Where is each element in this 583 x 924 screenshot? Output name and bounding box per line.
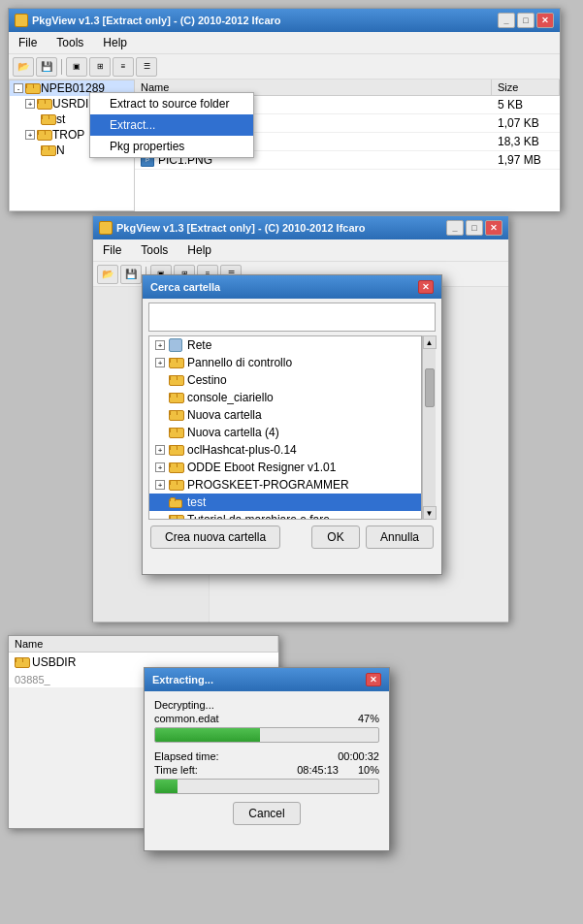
toolbar-btn-save[interactable]: 💾 (36, 57, 57, 77)
progress-bar-2 (154, 779, 379, 794)
menu-tools-1[interactable]: Tools (50, 34, 89, 51)
bg-col-name-3: Name (9, 636, 278, 652)
cerca-title: Cerca cartella (150, 281, 220, 293)
cerca-buttons: Crea nuova cartella OK Annulla (143, 520, 441, 555)
close-button-2[interactable]: ✕ (485, 220, 502, 236)
expand-rete[interactable]: + (155, 340, 165, 350)
folder-icon-trop (37, 130, 50, 141)
network-icon-rete (169, 338, 182, 352)
cancel-button-cerca[interactable]: Annulla (366, 526, 434, 549)
extracting-title: Extracting... (152, 674, 213, 685)
menu-file-2[interactable]: File (97, 241, 127, 259)
context-pkg-properties[interactable]: Pkg properties (90, 136, 253, 157)
expand-npeb[interactable]: - (14, 83, 23, 93)
cerca-dialog: Cerca cartella ✕ + Rete + Pannello di co… (142, 274, 442, 575)
cerca-label-tutorial: Tutorial da marchiare e fare (187, 513, 330, 520)
elapsed-row: Elapsed time: 00:00:32 (154, 750, 379, 762)
folder-icon-n (41, 145, 54, 156)
menu-file-1[interactable]: File (13, 34, 43, 51)
window-title-1: PkgView v1.3 [Extract only] - (C) 2010-2… (32, 15, 281, 26)
scrollbar-cerca[interactable]: ▲ ▼ (422, 335, 436, 520)
cerca-item-odde[interactable]: + ODDE Eboot Resigner v1.01 (149, 459, 421, 476)
cerca-ok-cancel: OK Annulla (311, 526, 434, 549)
tree-label-trop: TROP (52, 128, 84, 142)
extracting-titlebar: Extracting... ✕ (145, 668, 389, 691)
scroll-down-cerca[interactable]: ▼ (423, 506, 437, 520)
cerca-item-rete[interactable]: + Rete (149, 336, 421, 354)
menu-help-2[interactable]: Help (181, 241, 217, 259)
cerca-item-tutorial[interactable]: Tutorial da marchiare e fare (149, 511, 421, 520)
expand-ocl[interactable]: + (155, 445, 165, 455)
expand-prog[interactable]: + (155, 480, 165, 490)
cerca-titlebar: Cerca cartella ✕ (143, 275, 441, 299)
folder-browser: + Rete + Pannello di controllo Cestino (148, 335, 422, 520)
folder-icon-usbdir (15, 657, 28, 668)
maximize-button-1[interactable]: □ (517, 13, 534, 28)
context-extract[interactable]: Extract... (90, 114, 253, 136)
tree-label-n: N (56, 143, 65, 157)
scroll-thumb-cerca[interactable] (425, 368, 435, 407)
extracting-close-button[interactable]: ✕ (366, 673, 381, 686)
cerca-close-button[interactable]: ✕ (418, 280, 434, 294)
window-title-2: PkgView v1.3 [Extract only] - (C) 2010-2… (116, 222, 366, 234)
context-menu-1: Extract to source folder Extract... Pkg … (89, 92, 254, 158)
bg-usbdir-label: USBDIR (32, 655, 76, 669)
folder-icon-ocl (169, 445, 182, 456)
toolbar-1: 📂 💾 ▣ ⊞ ≡ ☰ (9, 54, 560, 80)
cerca-label-ocl: oclHashcat-plus-0.14 (187, 443, 297, 457)
cerca-label-rete: Rete (187, 338, 211, 352)
close-button-1[interactable]: ✕ (536, 13, 554, 28)
minimize-button-2[interactable]: _ (446, 220, 464, 236)
cerca-item-nuova4[interactable]: Nuova cartella (4) (149, 424, 421, 441)
cerca-item-test[interactable]: test (149, 494, 421, 511)
folder-icon-usrdir (37, 99, 50, 110)
folder-icon-nuova4 (169, 428, 182, 438)
decrypting-label: Decrypting... (154, 699, 379, 711)
toolbar-btn-1[interactable]: ▣ (66, 57, 87, 77)
toolbar-btn-open[interactable]: 📂 (13, 57, 34, 77)
cerca-item-cestino[interactable]: Cestino (149, 371, 421, 389)
toolbar-btn-4[interactable]: ☰ (136, 57, 157, 77)
elapsed-label: Elapsed time: (154, 750, 219, 762)
timeleft-row: Time left: 08:45:13 10% (154, 764, 379, 776)
col-size-1[interactable]: Size (492, 80, 560, 95)
cerca-preview (148, 303, 436, 332)
expand-odde[interactable]: + (155, 462, 165, 472)
menubar-2: File Tools Help (93, 239, 508, 262)
folder-icon-cestino (169, 375, 182, 386)
progress-fill-1 (155, 728, 260, 742)
toolbar2-btn-open[interactable]: 📂 (97, 265, 118, 284)
folder-icon-st (41, 114, 54, 125)
context-extract-source[interactable]: Extract to source folder (90, 93, 253, 114)
timeleft-right: 08:45:13 10% (297, 764, 379, 776)
scroll-up-cerca[interactable]: ▲ (423, 335, 437, 349)
cerca-item-pannello[interactable]: + Pannello di controllo (149, 354, 421, 371)
new-folder-button[interactable]: Crea nuova cartella (150, 526, 280, 549)
expand-trop[interactable]: + (25, 130, 35, 140)
cerca-item-console[interactable]: console_ciariello (149, 389, 421, 406)
menu-help-1[interactable]: Help (97, 34, 133, 51)
cancel-container: Cancel (154, 802, 379, 825)
toolbar-btn-2[interactable]: ⊞ (89, 57, 111, 77)
toolbar2-btn-save[interactable]: 💾 (120, 265, 142, 284)
cerca-label-odde: ODDE Eboot Resigner v1.01 (187, 461, 336, 474)
cancel-button-extract[interactable]: Cancel (233, 802, 301, 825)
minimize-button-1[interactable]: _ (498, 13, 515, 28)
cerca-item-prog[interactable]: + PROGSKEET-PROGRAMMER (149, 476, 421, 494)
maximize-button-2[interactable]: □ (466, 220, 483, 236)
progress-bar-1 (154, 727, 379, 743)
menu-tools-2[interactable]: Tools (135, 241, 174, 259)
timeleft-label: Time left: (154, 764, 198, 776)
menubar-1: File Tools Help (9, 32, 560, 54)
cerca-label-cestino: Cestino (187, 373, 227, 387)
ok-button[interactable]: OK (311, 526, 360, 549)
expand-pannello[interactable]: + (155, 358, 165, 367)
toolbar-btn-3[interactable]: ≡ (113, 57, 134, 77)
cerca-item-ocl[interactable]: + oclHashcat-plus-0.14 (149, 441, 421, 459)
window-controls-2: _ □ ✕ (446, 220, 502, 236)
progress-fill-2 (155, 780, 178, 793)
expand-usrdir[interactable]: + (25, 99, 35, 109)
cerca-label-nuova1: Nuova cartella (187, 408, 262, 422)
cerca-item-nuova1[interactable]: Nuova cartella (149, 406, 421, 424)
folder-icon-test (169, 497, 182, 508)
